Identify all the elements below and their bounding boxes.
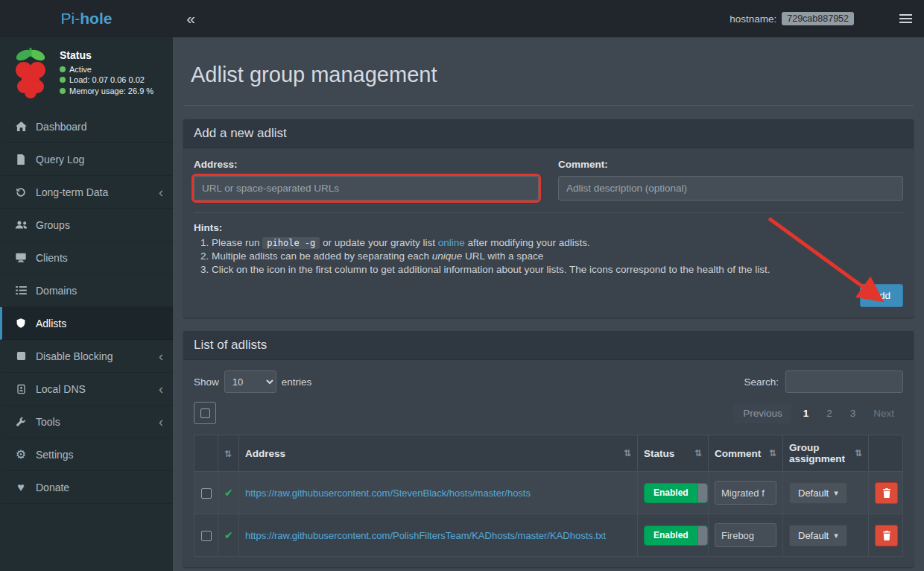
row-comment-input[interactable]	[715, 481, 776, 505]
sidebar-item-local-dns[interactable]: Local DNS ‹	[0, 373, 173, 406]
sidebar-item-query-log[interactable]: Query Log	[0, 143, 173, 176]
search-input[interactable]	[785, 370, 903, 393]
hostname-badge: 729cab887952	[782, 12, 854, 25]
delete-adlist-button[interactable]	[875, 482, 898, 504]
hostname-display: hostname: 729cab887952	[730, 0, 854, 37]
online-link[interactable]: online	[438, 237, 465, 248]
add-adlist-card-body: Address: Comment: Hints: Please run piho…	[183, 148, 914, 318]
page-length-control: Show 10 entries	[194, 370, 311, 393]
header-comment[interactable]: Comment⇅	[709, 435, 783, 472]
pagination-previous[interactable]: Previous	[734, 403, 791, 423]
search-label: Search:	[744, 376, 779, 388]
hints-section: Hints: Please run pihole -g or update yo…	[194, 212, 903, 275]
status-panel: Status Active Load: 0.07 0.06 0.02 Memor…	[0, 37, 173, 110]
row-checkbox[interactable]	[201, 531, 212, 541]
status-active: Active	[60, 65, 154, 74]
code-snippet: pihole -g	[262, 237, 320, 249]
address-input[interactable]	[194, 176, 539, 201]
search-control: Search:	[744, 370, 903, 393]
address-field-group: Address:	[194, 159, 539, 201]
row-comment-input[interactable]	[715, 523, 776, 547]
file-icon	[12, 154, 30, 165]
trash-icon	[882, 488, 891, 498]
status-toggle[interactable]: Enabled	[644, 483, 708, 503]
header-address[interactable]: Address⇅	[239, 435, 638, 472]
brand-logo[interactable]: Pi-hole	[0, 0, 173, 37]
angles-left-icon: «	[186, 10, 195, 28]
pagination: Previous 1 2 3 Next	[734, 403, 903, 423]
sidebar-item-adlists[interactable]: Adlists	[0, 307, 173, 340]
adlist-table: ⇅ Address⇅ Status⇅ Comment⇅	[194, 435, 903, 557]
wrench-icon	[12, 417, 30, 427]
topbar-spacer	[209, 0, 730, 37]
toggle-handle	[697, 526, 707, 545]
address-book-icon	[12, 384, 30, 394]
sidebar-item-tools[interactable]: Tools ‹	[0, 406, 173, 438]
table-controls: Show 10 entries Search:	[194, 370, 903, 393]
heart-icon: ♥	[12, 481, 30, 494]
pagination-page-1[interactable]: 1	[794, 403, 818, 423]
table-toolbar: Previous 1 2 3 Next	[194, 402, 903, 424]
page-title: Adlist group management	[191, 63, 906, 87]
header-health-sort[interactable]: ⇅	[218, 435, 239, 472]
row-checkbox[interactable]	[201, 488, 212, 499]
status-load: Load: 0.07 0.06 0.02	[60, 75, 154, 84]
sidebar-item-clients[interactable]: Clients	[0, 242, 173, 274]
sort-icon: ⇅	[855, 448, 862, 458]
sidebar-item-donate[interactable]: ♥ Donate	[0, 471, 173, 504]
header-status[interactable]: Status⇅	[638, 435, 709, 472]
main-content: Adlist group management Add a new adlist…	[173, 37, 924, 571]
add-adlist-card-header: Add a new adlist	[183, 119, 914, 148]
comment-input[interactable]	[558, 176, 903, 201]
pagination-page-3[interactable]: 3	[841, 403, 865, 423]
sidebar-item-dashboard[interactable]: Dashboard	[0, 110, 173, 143]
sidebar-collapse-button[interactable]: «	[173, 0, 209, 37]
comment-field-group: Comment:	[558, 159, 903, 201]
chevron-left-icon: ‹	[159, 415, 163, 429]
health-check-icon[interactable]: ✔	[224, 487, 233, 499]
adlist-url-link[interactable]: https://raw.githubusercontent.com/Polish…	[245, 530, 606, 541]
status-dot-icon	[60, 77, 66, 83]
status-toggle[interactable]: Enabled	[644, 526, 708, 546]
hints-title: Hints:	[194, 222, 903, 233]
caret-down-icon: ▾	[834, 531, 838, 540]
desktop-icon	[12, 253, 30, 262]
group-assignment-dropdown[interactable]: Default ▾	[789, 482, 847, 504]
status-title: Status	[60, 49, 154, 61]
page-header: Adlist group management	[183, 37, 914, 106]
add-adlist-card: Add a new adlist Address: Comment: Hints…	[183, 119, 914, 318]
adlist-list-card: List of adlists Show 10 entries Search:	[183, 331, 914, 567]
header-action	[869, 435, 903, 472]
pagination-page-2[interactable]: 2	[817, 403, 841, 423]
table-row: ✔ https://raw.githubusercontent.com/Stev…	[194, 472, 903, 514]
sidebar-item-long-term-data[interactable]: Long-term Data ‹	[0, 176, 173, 209]
checkbox-icon	[200, 408, 210, 418]
sidebar-item-disable-blocking[interactable]: Disable Blocking ‹	[0, 340, 173, 373]
chevron-left-icon: ‹	[159, 382, 163, 396]
header-group-assignment[interactable]: Group assignment⇅	[783, 435, 869, 472]
health-check-icon[interactable]: ✔	[224, 529, 233, 541]
trash-icon	[882, 531, 891, 540]
sidebar-item-groups[interactable]: Groups	[0, 209, 173, 242]
delete-adlist-button[interactable]	[875, 525, 898, 546]
status-dot-icon	[60, 66, 66, 72]
hints-list: Please run pihole -g or update your grav…	[194, 237, 903, 275]
entries-select[interactable]: 10	[224, 370, 276, 393]
sidebar: Status Active Load: 0.07 0.06 0.02 Memor…	[0, 37, 173, 571]
address-label: Address:	[194, 159, 539, 170]
gear-icon: ⚙	[12, 447, 30, 461]
topbar: Pi-hole « hostname: 729cab887952	[0, 0, 924, 37]
sidebar-item-domains[interactable]: Domains	[0, 274, 173, 307]
menu-toggle-button[interactable]	[887, 0, 924, 37]
pagination-next[interactable]: Next	[864, 403, 903, 423]
sidebar-item-settings[interactable]: ⚙ Settings	[0, 438, 173, 471]
brand-suffix: hole	[80, 10, 112, 28]
chevron-left-icon: ‹	[159, 186, 163, 199]
home-icon	[12, 122, 30, 131]
add-adlist-form: Address: Comment:	[194, 159, 903, 201]
select-all-button[interactable]	[194, 402, 216, 424]
pihole-app: Pi-hole « hostname: 729cab887952	[0, 0, 924, 571]
group-assignment-dropdown[interactable]: Default ▾	[789, 525, 847, 546]
adlist-url-link[interactable]: https://raw.githubusercontent.com/Steven…	[245, 488, 531, 499]
add-button[interactable]: Add	[860, 284, 903, 307]
